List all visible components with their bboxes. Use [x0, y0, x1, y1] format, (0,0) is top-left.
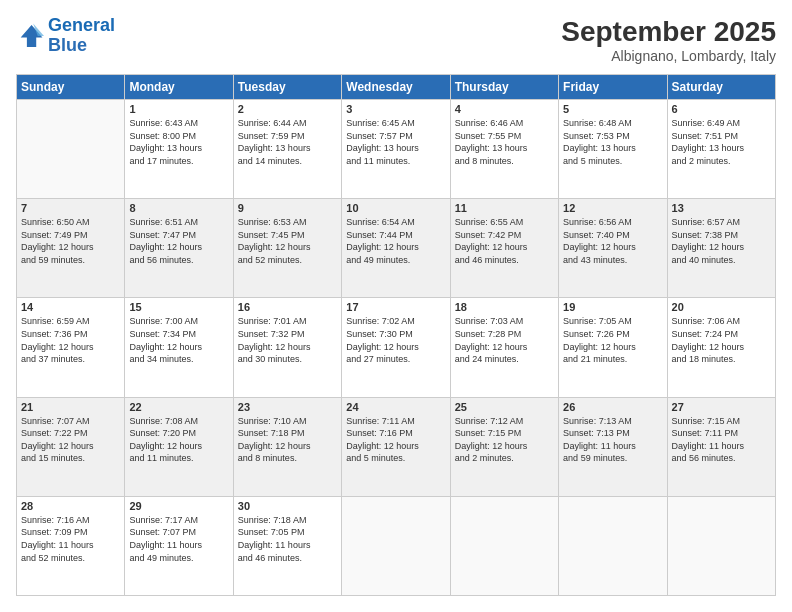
day-number: 19	[563, 301, 662, 313]
day-number: 1	[129, 103, 228, 115]
day-info: Sunrise: 7:00 AM Sunset: 7:34 PM Dayligh…	[129, 315, 228, 365]
day-info: Sunrise: 7:15 AM Sunset: 7:11 PM Dayligh…	[672, 415, 771, 465]
table-row: 19Sunrise: 7:05 AM Sunset: 7:26 PM Dayli…	[559, 298, 667, 397]
col-wednesday: Wednesday	[342, 75, 450, 100]
day-number: 25	[455, 401, 554, 413]
day-info: Sunrise: 7:18 AM Sunset: 7:05 PM Dayligh…	[238, 514, 337, 564]
day-number: 12	[563, 202, 662, 214]
table-row: 9Sunrise: 6:53 AM Sunset: 7:45 PM Daylig…	[233, 199, 341, 298]
day-number: 14	[21, 301, 120, 313]
header: General Blue September 2025 Albignano, L…	[16, 16, 776, 64]
col-thursday: Thursday	[450, 75, 558, 100]
day-number: 9	[238, 202, 337, 214]
table-row: 10Sunrise: 6:54 AM Sunset: 7:44 PM Dayli…	[342, 199, 450, 298]
logo-text: General Blue	[48, 16, 115, 56]
table-row: 3Sunrise: 6:45 AM Sunset: 7:57 PM Daylig…	[342, 100, 450, 199]
table-row: 27Sunrise: 7:15 AM Sunset: 7:11 PM Dayli…	[667, 397, 775, 496]
day-info: Sunrise: 6:51 AM Sunset: 7:47 PM Dayligh…	[129, 216, 228, 266]
table-row: 26Sunrise: 7:13 AM Sunset: 7:13 PM Dayli…	[559, 397, 667, 496]
day-number: 3	[346, 103, 445, 115]
day-info: Sunrise: 7:12 AM Sunset: 7:15 PM Dayligh…	[455, 415, 554, 465]
day-info: Sunrise: 7:10 AM Sunset: 7:18 PM Dayligh…	[238, 415, 337, 465]
col-saturday: Saturday	[667, 75, 775, 100]
day-info: Sunrise: 7:05 AM Sunset: 7:26 PM Dayligh…	[563, 315, 662, 365]
table-row	[559, 496, 667, 595]
table-row: 8Sunrise: 6:51 AM Sunset: 7:47 PM Daylig…	[125, 199, 233, 298]
day-number: 22	[129, 401, 228, 413]
day-info: Sunrise: 7:06 AM Sunset: 7:24 PM Dayligh…	[672, 315, 771, 365]
day-number: 20	[672, 301, 771, 313]
day-number: 24	[346, 401, 445, 413]
day-info: Sunrise: 7:07 AM Sunset: 7:22 PM Dayligh…	[21, 415, 120, 465]
col-monday: Monday	[125, 75, 233, 100]
day-info: Sunrise: 7:08 AM Sunset: 7:20 PM Dayligh…	[129, 415, 228, 465]
logo-icon	[16, 22, 44, 50]
calendar-table: Sunday Monday Tuesday Wednesday Thursday…	[16, 74, 776, 596]
table-row: 2Sunrise: 6:44 AM Sunset: 7:59 PM Daylig…	[233, 100, 341, 199]
table-row: 11Sunrise: 6:55 AM Sunset: 7:42 PM Dayli…	[450, 199, 558, 298]
title-block: September 2025 Albignano, Lombardy, Ital…	[561, 16, 776, 64]
logo-general: General	[48, 15, 115, 35]
table-row: 29Sunrise: 7:17 AM Sunset: 7:07 PM Dayli…	[125, 496, 233, 595]
logo-blue: Blue	[48, 36, 115, 56]
day-number: 13	[672, 202, 771, 214]
day-number: 6	[672, 103, 771, 115]
day-info: Sunrise: 6:44 AM Sunset: 7:59 PM Dayligh…	[238, 117, 337, 167]
table-row: 21Sunrise: 7:07 AM Sunset: 7:22 PM Dayli…	[17, 397, 125, 496]
table-row: 16Sunrise: 7:01 AM Sunset: 7:32 PM Dayli…	[233, 298, 341, 397]
day-number: 7	[21, 202, 120, 214]
table-row	[450, 496, 558, 595]
table-row: 17Sunrise: 7:02 AM Sunset: 7:30 PM Dayli…	[342, 298, 450, 397]
month-year: September 2025	[561, 16, 776, 48]
table-row: 23Sunrise: 7:10 AM Sunset: 7:18 PM Dayli…	[233, 397, 341, 496]
day-info: Sunrise: 7:16 AM Sunset: 7:09 PM Dayligh…	[21, 514, 120, 564]
day-info: Sunrise: 6:55 AM Sunset: 7:42 PM Dayligh…	[455, 216, 554, 266]
day-number: 11	[455, 202, 554, 214]
col-friday: Friday	[559, 75, 667, 100]
table-row: 1Sunrise: 6:43 AM Sunset: 8:00 PM Daylig…	[125, 100, 233, 199]
table-row: 30Sunrise: 7:18 AM Sunset: 7:05 PM Dayli…	[233, 496, 341, 595]
logo: General Blue	[16, 16, 115, 56]
table-row: 22Sunrise: 7:08 AM Sunset: 7:20 PM Dayli…	[125, 397, 233, 496]
location: Albignano, Lombardy, Italy	[561, 48, 776, 64]
table-row: 18Sunrise: 7:03 AM Sunset: 7:28 PM Dayli…	[450, 298, 558, 397]
day-number: 21	[21, 401, 120, 413]
day-info: Sunrise: 6:56 AM Sunset: 7:40 PM Dayligh…	[563, 216, 662, 266]
day-number: 26	[563, 401, 662, 413]
calendar-week-row: 1Sunrise: 6:43 AM Sunset: 8:00 PM Daylig…	[17, 100, 776, 199]
table-row: 14Sunrise: 6:59 AM Sunset: 7:36 PM Dayli…	[17, 298, 125, 397]
col-tuesday: Tuesday	[233, 75, 341, 100]
day-info: Sunrise: 6:49 AM Sunset: 7:51 PM Dayligh…	[672, 117, 771, 167]
day-number: 2	[238, 103, 337, 115]
day-info: Sunrise: 7:13 AM Sunset: 7:13 PM Dayligh…	[563, 415, 662, 465]
table-row	[342, 496, 450, 595]
day-info: Sunrise: 6:50 AM Sunset: 7:49 PM Dayligh…	[21, 216, 120, 266]
day-info: Sunrise: 6:53 AM Sunset: 7:45 PM Dayligh…	[238, 216, 337, 266]
day-info: Sunrise: 7:03 AM Sunset: 7:28 PM Dayligh…	[455, 315, 554, 365]
table-row: 5Sunrise: 6:48 AM Sunset: 7:53 PM Daylig…	[559, 100, 667, 199]
day-number: 18	[455, 301, 554, 313]
day-number: 8	[129, 202, 228, 214]
day-number: 28	[21, 500, 120, 512]
table-row: 20Sunrise: 7:06 AM Sunset: 7:24 PM Dayli…	[667, 298, 775, 397]
day-info: Sunrise: 6:59 AM Sunset: 7:36 PM Dayligh…	[21, 315, 120, 365]
table-row: 7Sunrise: 6:50 AM Sunset: 7:49 PM Daylig…	[17, 199, 125, 298]
calendar-week-row: 7Sunrise: 6:50 AM Sunset: 7:49 PM Daylig…	[17, 199, 776, 298]
day-number: 30	[238, 500, 337, 512]
day-info: Sunrise: 7:02 AM Sunset: 7:30 PM Dayligh…	[346, 315, 445, 365]
table-row: 24Sunrise: 7:11 AM Sunset: 7:16 PM Dayli…	[342, 397, 450, 496]
calendar-week-row: 28Sunrise: 7:16 AM Sunset: 7:09 PM Dayli…	[17, 496, 776, 595]
calendar-week-row: 14Sunrise: 6:59 AM Sunset: 7:36 PM Dayli…	[17, 298, 776, 397]
table-row: 13Sunrise: 6:57 AM Sunset: 7:38 PM Dayli…	[667, 199, 775, 298]
table-row: 6Sunrise: 6:49 AM Sunset: 7:51 PM Daylig…	[667, 100, 775, 199]
day-info: Sunrise: 6:46 AM Sunset: 7:55 PM Dayligh…	[455, 117, 554, 167]
day-info: Sunrise: 6:43 AM Sunset: 8:00 PM Dayligh…	[129, 117, 228, 167]
day-number: 15	[129, 301, 228, 313]
table-row	[667, 496, 775, 595]
day-info: Sunrise: 7:01 AM Sunset: 7:32 PM Dayligh…	[238, 315, 337, 365]
day-info: Sunrise: 6:57 AM Sunset: 7:38 PM Dayligh…	[672, 216, 771, 266]
page: General Blue September 2025 Albignano, L…	[0, 0, 792, 612]
day-number: 27	[672, 401, 771, 413]
table-row: 25Sunrise: 7:12 AM Sunset: 7:15 PM Dayli…	[450, 397, 558, 496]
day-info: Sunrise: 6:45 AM Sunset: 7:57 PM Dayligh…	[346, 117, 445, 167]
